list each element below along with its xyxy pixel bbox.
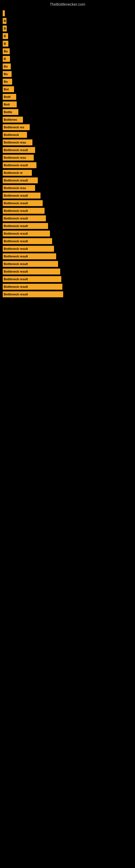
bar-row: Bottleneck result [3, 276, 135, 282]
bar-row: Bottleneck re [3, 170, 135, 176]
bar-label-7: Bo [4, 65, 8, 68]
bar-label-30: Bottleneck result [4, 240, 28, 243]
bar-label-1: B [4, 19, 6, 23]
bar-37: Bottleneck result [3, 291, 63, 297]
bar-17: Bottleneck resu [3, 140, 32, 145]
bar-label-13: Bottle [4, 111, 12, 114]
bar-row: B [3, 26, 135, 31]
bar-20: Bottleneck result [3, 162, 37, 168]
bar-row: Bottleneck result [3, 208, 135, 214]
bar-row: Bottleneck resu [3, 185, 135, 191]
bar-label-8: Bo [4, 72, 8, 76]
bar-row: Bottleneck resu [3, 155, 135, 161]
bar-3: B [3, 33, 8, 39]
bar-11: Bottl [3, 94, 16, 100]
bar-7: Bo [3, 63, 11, 69]
bar-label-35: Bottleneck result [4, 278, 28, 281]
bar-row: Bottleneck result [3, 230, 135, 237]
bar-row: Bo [3, 79, 135, 85]
bar-5: Bo [3, 48, 10, 54]
bar-label-29: Bottleneck result [4, 232, 28, 235]
bar-row: Bottle [3, 109, 135, 115]
bar-label-15: Bottleneck res [4, 126, 24, 129]
bar-row: Bottleneck result [3, 177, 135, 183]
bar-row: Bot [3, 86, 135, 92]
bar-row: Bottleneck res [3, 124, 135, 130]
bar-row: Bottleneck result [3, 284, 135, 290]
bars-container: BBBBBoBBoBoBoBotBottlBottBottleBottlenec… [0, 8, 135, 297]
bar-label-26: Bottleneck result [4, 209, 28, 212]
bar-row: Bottleneck result [3, 291, 135, 297]
bar-13: Bottle [3, 109, 18, 115]
bar-22: Bottleneck result [3, 177, 38, 183]
bar-label-36: Bottleneck result [4, 285, 28, 288]
bar-21: Bottleneck re [3, 170, 32, 176]
bar-30: Bottleneck result [3, 238, 52, 244]
bar-label-24: Bottleneck result [4, 194, 28, 197]
bar-19: Bottleneck resu [3, 155, 34, 161]
bar-34: Bottleneck result [3, 269, 60, 275]
bar-label-17: Bottleneck resu [4, 141, 26, 144]
bar-row: B [3, 56, 135, 62]
bar-row: Bottleneck result [3, 147, 135, 153]
bar-row: B [3, 41, 135, 46]
bar-row: Bottleneck [3, 132, 135, 138]
bar-2: B [3, 26, 7, 31]
bar-label-2: B [4, 27, 6, 30]
bar-label-14: Bottlenec [4, 118, 17, 121]
bar-18: Bottleneck result [3, 147, 35, 153]
bar-28: Bottleneck result [3, 223, 48, 229]
bar-10: Bot [3, 86, 14, 92]
bar-label-34: Bottleneck result [4, 270, 28, 273]
bar-label-21: Bottleneck re [4, 171, 23, 175]
bar-12: Bott [3, 101, 17, 107]
bar-row: Bottleneck result [3, 162, 135, 168]
bar-row: Bottleneck result [3, 215, 135, 221]
bar-36: Bottleneck result [3, 284, 62, 290]
bar-label-10: Bot [4, 88, 9, 91]
bar-9: Bo [3, 79, 12, 85]
bar-1: B [3, 18, 6, 24]
bar-row: Bo [3, 48, 135, 54]
bar-label-20: Bottleneck result [4, 163, 28, 167]
bar-label-22: Bottleneck result [4, 179, 28, 182]
bar-row: Bottleneck result [3, 223, 135, 229]
bar-label-19: Bottleneck resu [4, 156, 26, 159]
bar-26: Bottleneck result [3, 208, 45, 214]
bar-row: B [3, 18, 135, 24]
bar-27: Bottleneck result [3, 215, 46, 221]
bar-row: Bottleneck result [3, 269, 135, 275]
bar-35: Bottleneck result [3, 276, 61, 282]
bar-23: Bottleneck resu [3, 185, 35, 191]
bar-label-5: Bo [4, 50, 8, 53]
bar-32: Bottleneck result [3, 253, 56, 259]
bar-row: B [3, 33, 135, 39]
bar-label-12: Bott [4, 103, 10, 106]
bar-label-6: B [4, 57, 6, 61]
bar-row: Bottlenec [3, 117, 135, 123]
bar-31: Bottleneck result [3, 246, 54, 252]
bar-label-9: Bo [4, 80, 8, 83]
bar-33: Bottleneck result [3, 261, 58, 267]
bar-label-37: Bottleneck result [4, 293, 28, 296]
bar-4: B [3, 41, 8, 46]
bar-label-16: Bottleneck [4, 133, 19, 136]
bar-row: Bottl [3, 94, 135, 100]
bar-16: Bottleneck [3, 132, 27, 138]
bar-row [3, 10, 135, 16]
bar-row: Bo [3, 63, 135, 69]
bar-label-18: Bottleneck result [4, 148, 28, 152]
bar-label-4: B [4, 42, 6, 45]
bar-label-28: Bottleneck result [4, 224, 28, 227]
bar-15: Bottleneck res [3, 124, 30, 130]
bar-label-32: Bottleneck result [4, 255, 28, 258]
bar-label-31: Bottleneck result [4, 247, 28, 250]
bar-6: B [3, 56, 10, 62]
bar-label-11: Bottl [4, 95, 10, 98]
bar-row: Bottleneck result [3, 193, 135, 198]
bar-row: Bottleneck result [3, 200, 135, 206]
bar-row: Bottleneck result [3, 261, 135, 267]
bar-14: Bottlenec [3, 117, 23, 123]
bar-25: Bottleneck result [3, 200, 43, 206]
bar-8: Bo [3, 71, 12, 77]
